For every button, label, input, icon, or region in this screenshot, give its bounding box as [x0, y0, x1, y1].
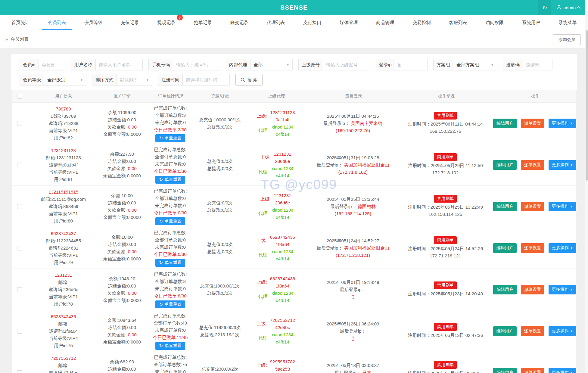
tab-product-manage[interactable]: 商品管理 [369, 15, 401, 30]
ban-brush-badge[interactable]: 禁用刷单 [434, 112, 457, 120]
more-actions-button[interactable]: 更多操作▼ [549, 285, 576, 294]
row-checkbox[interactable] [17, 370, 22, 373]
dispatch-settings-button[interactable]: 派单设置 [521, 202, 544, 211]
ban-brush-badge[interactable]: 禁用刷单 [434, 323, 457, 331]
reset-order-button[interactable]: ↻单量重置 [155, 342, 185, 350]
last-login-ip: (172.71.8.102) [338, 169, 368, 176]
more-actions-button[interactable]: 更多操作▼ [549, 160, 576, 170]
tab-payment-api[interactable]: 支付接口 [296, 15, 328, 30]
sort-order-select[interactable]: 默认排序▼ [117, 74, 152, 85]
invite-code-input[interactable] [523, 59, 552, 70]
more-actions-button[interactable]: 更多操作▼ [549, 243, 576, 253]
phone-input[interactable] [173, 59, 220, 70]
dispatch-settings-button[interactable]: 派单设置 [521, 326, 544, 336]
dispatch-settings-button[interactable]: 派单设置 [521, 119, 544, 128]
tab-service-list[interactable]: 客服列表 [442, 15, 474, 30]
tab-agent-list[interactable]: 代理列表 [260, 15, 292, 30]
orders-unfinished: 未完成订单数:0 [155, 368, 186, 373]
edit-user-button[interactable]: 编辑用户 [493, 243, 517, 253]
add-member-button[interactable]: 添加会员 [553, 34, 581, 45]
dispatch-settings-button[interactable]: 派单设置 [521, 285, 544, 294]
select-value: 全部 [254, 62, 263, 68]
last-login-city: 日本 [361, 370, 371, 373]
login-ip-input[interactable] [395, 59, 427, 70]
agent-label: 上级: [257, 362, 267, 368]
more-actions-button[interactable]: 更多操作▼ [549, 202, 576, 211]
tab-grab-records[interactable]: 抢单记录 [187, 15, 219, 30]
ban-brush-badge[interactable]: 禁用刷单 [434, 361, 457, 369]
dispatch-settings-button[interactable]: 派单设置 [521, 368, 544, 373]
user-id: 1231231 [54, 272, 72, 279]
dispatch-settings-button[interactable]: 派单设置 [521, 160, 544, 170]
filter-plan-group: 方案组全部方案组▼ [433, 59, 497, 70]
search-button[interactable]: 搜 索 [235, 74, 263, 85]
user-id: 6628742437 [51, 230, 76, 237]
select-value: 全部级别 [47, 77, 65, 83]
reset-order-button[interactable]: ↻单量重置 [155, 300, 185, 308]
row-checkbox[interactable] [17, 204, 22, 209]
last-login-ip-line: 最后登录ip： 日本 [335, 369, 371, 373]
filter-label: 方案组 [434, 59, 453, 70]
user-info-line: 当前等级:VIP4 [49, 335, 78, 342]
debt-value: 0.00 [128, 166, 137, 171]
member-id-input[interactable] [39, 59, 65, 70]
parent-account-input[interactable] [323, 59, 370, 70]
orders-completed: 已完成订单总数: [154, 229, 187, 236]
reset-order-button[interactable]: ↻单量重置 [155, 176, 185, 184]
row-checkbox[interactable] [17, 163, 22, 167]
tab-withdraw-records[interactable]: 提现记录6 [150, 15, 183, 30]
more-actions-button[interactable]: 更多操作▼ [549, 326, 576, 336]
reg-time-input[interactable] [183, 74, 229, 85]
user-id: 132115151515 [48, 188, 78, 196]
column-header: 用户信息 [27, 94, 100, 99]
tab-system-users[interactable]: 系统用户 [515, 15, 547, 30]
tab-label: 会员等级 [84, 15, 102, 30]
more-actions-button[interactable]: 更多操作▼ [549, 119, 576, 128]
username-input[interactable] [96, 59, 142, 70]
row-checkbox[interactable] [17, 329, 22, 334]
tab-member-list[interactable]: 会员列表 [41, 15, 73, 30]
tab-media-manage[interactable]: 媒体管理 [332, 15, 365, 30]
edit-user-button[interactable]: 编辑用户 [493, 160, 517, 170]
last-login-city: 美国加利福尼亚旧金山 [343, 162, 389, 167]
tab-system-menu[interactable]: 系统菜单 [551, 15, 584, 30]
operation-status-cell: 禁用刷单注册时间：2025年05月24日 14:52:26172.71.218.… [398, 236, 493, 260]
edit-user-button[interactable]: 编辑用户 [493, 285, 517, 294]
tab-access-rights[interactable]: 访问权限 [478, 15, 511, 30]
agent-line: 236d6e [274, 158, 291, 165]
plan-group-select[interactable]: 全部方案组▼ [453, 59, 497, 70]
tab-balance-records[interactable]: 账变记录 [223, 15, 256, 30]
edit-user-button[interactable]: 编辑用户 [493, 368, 517, 373]
more-actions-button[interactable]: 更多操作▼ [549, 368, 576, 373]
row-checkbox[interactable] [17, 287, 22, 292]
member-level-select[interactable]: 全部级别▼ [44, 74, 86, 85]
tab-trade-control[interactable]: 交易控制 [405, 15, 438, 30]
filter-label: 会员id [20, 59, 39, 70]
ban-brush-badge[interactable]: 禁用刷单 [434, 153, 457, 161]
ban-brush-badge[interactable]: 禁用刷单 [434, 281, 457, 289]
orders-completed: 已完成订单总数: [154, 146, 187, 153]
agent-label: 上级: [257, 113, 267, 119]
internal-agent-select[interactable]: 全部▼ [250, 59, 292, 70]
select-all-checkbox[interactable] [17, 94, 22, 99]
edit-user-button[interactable]: 编辑用户 [493, 326, 517, 336]
refresh-icon[interactable]: ↻ [538, 0, 551, 15]
ban-brush-badge[interactable]: 禁用刷单 [434, 236, 457, 244]
dispatch-settings-button[interactable]: 派单设置 [521, 243, 544, 253]
user-menu[interactable]: admin [554, 0, 584, 15]
reset-order-button[interactable]: ↻单量重置 [155, 217, 185, 225]
edit-user-button[interactable]: 编辑用户 [493, 202, 517, 211]
row-checkbox[interactable] [17, 246, 22, 250]
tab-member-level[interactable]: 会员等级 [77, 15, 110, 30]
edit-user-button[interactable]: 编辑用户 [493, 119, 517, 128]
user-info-line: 邮箱:1231231123 [46, 154, 81, 161]
reset-order-button[interactable]: ↻单量重置 [155, 259, 185, 267]
tab-recharge-records[interactable]: 充值记录 [114, 15, 146, 30]
scrollbar-thumb[interactable] [586, 30, 588, 181]
row-checkbox[interactable] [17, 121, 22, 126]
register-ip: 169.150.222.76 [430, 128, 461, 135]
user-info-line: 用户id:78 [54, 300, 73, 308]
reset-order-button[interactable]: ↻单量重置 [155, 134, 185, 142]
tab-home-stats[interactable]: 首页统计 [4, 15, 37, 30]
ban-brush-badge[interactable]: 禁用刷单 [434, 195, 457, 203]
